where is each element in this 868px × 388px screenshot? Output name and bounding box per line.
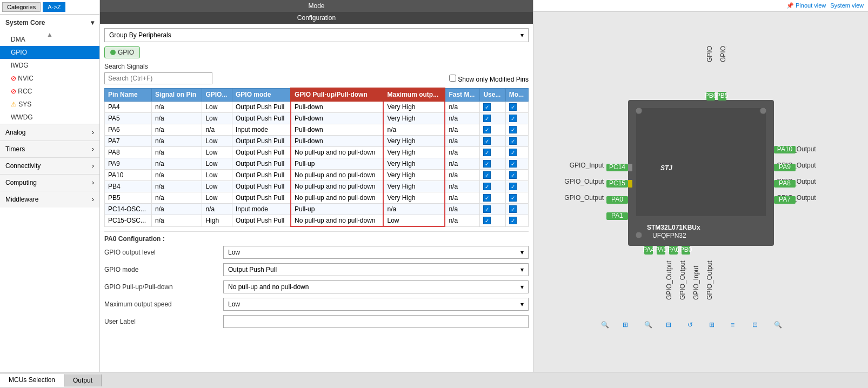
sidebar-item-iwdg[interactable]: IWDG <box>0 59 99 72</box>
sidebar-item-sys[interactable]: ⚠ SYS <box>0 98 99 111</box>
search-area: Search Signals Show only Modified Pins <box>104 63 529 84</box>
svg-point-50 <box>636 232 642 238</box>
cell-gpio-level: Low <box>202 113 232 124</box>
show-modified-checkbox[interactable] <box>449 75 456 82</box>
config-max-speed-row: Maximum output speed Low ▾ <box>104 298 529 311</box>
cell-max: Very High <box>383 170 445 181</box>
analog-section-header[interactable]: Analog › <box>0 124 99 141</box>
cell-pin: PA8 <box>105 147 152 158</box>
sidebar-item-rcc[interactable]: ⊘ RCC <box>0 85 99 98</box>
cell-use <box>480 181 505 192</box>
svg-text:PA6: PA6 <box>667 246 679 253</box>
svg-text:PB5: PB5 <box>716 92 728 99</box>
categories-button[interactable]: Categories <box>2 2 41 12</box>
cell-gpio-level: Low <box>202 158 232 170</box>
cell-mo <box>505 147 528 158</box>
col-fast[interactable]: Fast M... <box>445 88 480 101</box>
table-row[interactable]: PA8 n/a Low Output Push Pull No pull-up … <box>105 147 529 158</box>
pinout-view-link[interactable]: 📌 Pinout view <box>786 2 826 9</box>
cell-signal: n/a <box>152 204 202 215</box>
chevron-right-icon: › <box>92 129 94 136</box>
table-row[interactable]: PA4 n/a Low Output Push Pull Pull-down V… <box>105 101 529 113</box>
table-row[interactable]: PB4 n/a Low Output Push Pull No pull-up … <box>105 181 529 192</box>
cell-gpio-level: Low <box>202 147 232 158</box>
config-user-label-label: User Label <box>104 318 223 325</box>
cell-pin: PB4 <box>105 181 152 192</box>
system-view-link[interactable]: System view <box>830 2 864 9</box>
select-arrow-icon3: ▾ <box>520 283 524 291</box>
cell-signal: n/a <box>152 215 202 227</box>
cell-mode: Output Push Pull <box>232 158 291 170</box>
table-row[interactable]: PA10 n/a Low Output Push Pull No pull-up… <box>105 170 529 181</box>
svg-text:STM32L071KBUx: STM32L071KBUx <box>647 224 700 231</box>
gpio-tab[interactable]: GPIO <box>104 46 140 58</box>
cell-signal: n/a <box>152 158 202 170</box>
system-core-header[interactable]: System Core ▾ <box>0 15 99 31</box>
cell-gpio-level: Low <box>202 101 232 113</box>
timers-section-header[interactable]: Timers › <box>0 141 99 157</box>
cell-gpio-level: n/a <box>202 204 232 215</box>
chevron-right-icon: › <box>92 196 94 203</box>
table-row[interactable]: PC14-OSC... n/a n/a Input mode Pull-up n… <box>105 204 529 215</box>
config-gpio-mode-label: GPIO mode <box>104 266 223 273</box>
table-row[interactable]: PA6 n/a n/a Input mode Pull-down n/a n/a <box>105 124 529 136</box>
col-max-speed[interactable]: Maximum outp... <box>383 88 445 101</box>
show-modified-label[interactable]: Show only Modified Pins <box>449 75 529 83</box>
cell-mode: Output Push Pull <box>232 181 291 192</box>
cell-max: Very High <box>383 181 445 192</box>
config-gpio-mode-row: GPIO mode Output Push Pull ▾ <box>104 263 529 276</box>
sidebar-item-wwdg[interactable]: WWDG <box>0 111 99 124</box>
cell-gpio-level: n/a <box>202 124 232 136</box>
cell-gpio-level: Low <box>202 136 232 147</box>
sidebar-item-nvic[interactable]: NVIC <box>0 72 99 85</box>
group-by-dropdown[interactable]: Group By Peripherals ▾ <box>104 28 529 42</box>
table-row[interactable]: PC15-OSC... n/a High Output Push Pull No… <box>105 215 529 227</box>
svg-text:⊞: ⊞ <box>623 321 628 329</box>
config-gpio-mode-select[interactable]: Output Push Pull ▾ <box>223 263 529 276</box>
cell-mo <box>505 158 528 170</box>
search-input[interactable] <box>104 72 212 84</box>
sidebar-item-gpio[interactable]: GPIO <box>0 46 99 59</box>
cell-mode: Output Push Pull <box>232 101 291 113</box>
config-max-speed-select[interactable]: Low ▾ <box>223 298 529 311</box>
config-pullup-row: GPIO Pull-up/Pull-down No pull-up and no… <box>104 280 529 293</box>
table-row[interactable]: PA9 n/a Low Output Push Pull Pull-up Ver… <box>105 158 529 170</box>
tab-output[interactable]: Output <box>64 374 102 386</box>
table-row[interactable]: PA5 n/a Low Output Push Pull Pull-down V… <box>105 113 529 124</box>
cell-fast: n/a <box>445 215 480 227</box>
col-mo[interactable]: Mo... <box>505 88 528 101</box>
config-pullup-label: GPIO Pull-up/Pull-down <box>104 283 223 291</box>
cell-signal: n/a <box>152 147 202 158</box>
svg-text:⊡: ⊡ <box>752 321 758 329</box>
cell-gpio-level: High <box>202 215 232 227</box>
col-user[interactable]: Use... <box>480 88 505 101</box>
svg-text:≡: ≡ <box>731 321 735 329</box>
config-gpio-output-level-select[interactable]: Low ▾ <box>223 246 529 259</box>
chevron-right-icon: › <box>92 162 94 170</box>
az-button[interactable]: A->Z <box>43 2 65 12</box>
cell-pullup: Pull-down <box>291 101 383 113</box>
gpio-status-dot <box>110 50 116 55</box>
config-pullup-select[interactable]: No pull-up and no pull-down ▾ <box>223 280 529 293</box>
col-pin-name[interactable]: Pin Name <box>105 88 152 101</box>
cell-mode: Output Push Pull <box>232 215 291 227</box>
svg-text:STJ: STJ <box>660 164 672 172</box>
zoom-in-icon: 🔍 <box>601 320 609 329</box>
cell-fast: n/a <box>445 192 480 204</box>
col-gpio-level[interactable]: GPIO... <box>202 88 232 101</box>
svg-point-49 <box>760 108 766 114</box>
col-signal[interactable]: Signal on Pin <box>152 88 202 101</box>
cell-mo <box>505 136 528 147</box>
tab-mcus-selection[interactable]: MCUs Selection <box>0 374 64 387</box>
svg-text:PC15: PC15 <box>609 179 625 187</box>
middleware-section-header[interactable]: Middleware › <box>0 191 99 208</box>
config-user-label-input[interactable] <box>223 315 529 328</box>
panel-mode-header: Mode <box>100 0 533 12</box>
cell-pin: PA9 <box>105 158 152 170</box>
col-gpio-mode[interactable]: GPIO mode <box>232 88 291 101</box>
connectivity-section-header[interactable]: Connectivity › <box>0 157 99 174</box>
table-row[interactable]: PA7 n/a Low Output Push Pull Pull-down V… <box>105 136 529 147</box>
computing-section-header[interactable]: Computing › <box>0 174 99 191</box>
table-row[interactable]: PB5 n/a Low Output Push Pull No pull-up … <box>105 192 529 204</box>
col-pullup[interactable]: GPIO Pull-up/Pull-down <box>291 88 383 101</box>
